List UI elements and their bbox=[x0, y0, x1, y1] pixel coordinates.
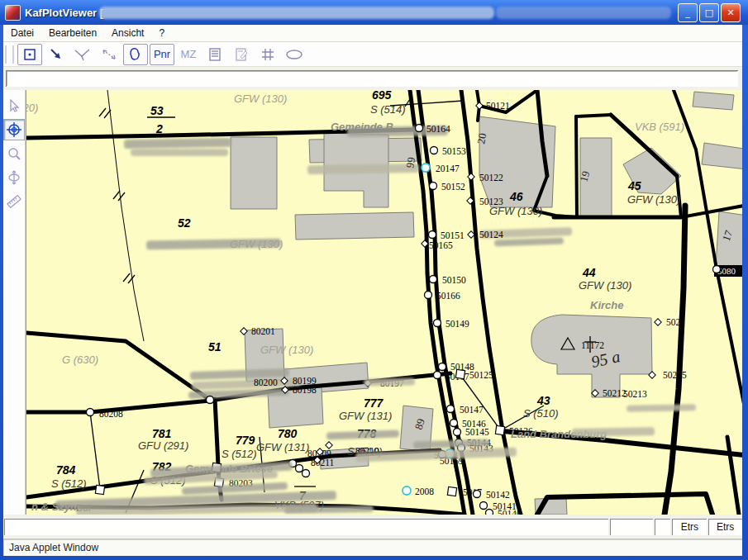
cursor-tool-icon[interactable] bbox=[3, 95, 25, 116]
map-canvas[interactable]: (620)GFW (130)GFW (130)GFW (130)G (630)V… bbox=[26, 90, 742, 515]
control-point-marker[interactable] bbox=[447, 486, 456, 496]
parcel-number: 44 bbox=[582, 266, 596, 279]
pan-tool-icon[interactable] bbox=[3, 167, 25, 188]
map-line bbox=[107, 90, 144, 341]
usage-label: GFW (130) bbox=[234, 93, 287, 105]
building bbox=[702, 143, 742, 169]
minimize-button[interactable]: _ bbox=[678, 3, 698, 22]
selected-point-marker[interactable] bbox=[403, 486, 411, 495]
control-point-marker[interactable] bbox=[495, 425, 504, 434]
edit-doc-icon[interactable] bbox=[229, 44, 254, 65]
map-line bbox=[123, 273, 130, 282]
angle-measure-icon[interactable] bbox=[70, 44, 95, 65]
globe-crosshair-tool-icon[interactable] bbox=[3, 119, 25, 140]
redaction-smudge bbox=[364, 377, 415, 386]
place-name-label: Kirche bbox=[590, 299, 623, 311]
point-number: 50215 bbox=[663, 370, 687, 380]
usage-label: GFU (291) bbox=[138, 439, 188, 452]
survey-point-marker[interactable] bbox=[447, 406, 455, 413]
point-number-button-label: Pnr bbox=[154, 48, 170, 60]
survey-point-marker[interactable] bbox=[474, 491, 481, 498]
parcel-number: 784 bbox=[56, 463, 76, 477]
select-arrow-icon[interactable] bbox=[44, 44, 69, 65]
redaction-smudge bbox=[494, 238, 564, 247]
survey-point-marker[interactable] bbox=[434, 372, 441, 379]
parcel-number: 780 bbox=[278, 427, 298, 440]
map-line bbox=[113, 191, 120, 199]
usage-label: S (514) bbox=[370, 103, 406, 116]
parcel-number: 53 bbox=[150, 104, 164, 117]
grid-icon[interactable] bbox=[255, 44, 280, 65]
survey-point-marker[interactable] bbox=[431, 147, 438, 154]
status-bar: EtrsEtrs bbox=[3, 515, 742, 539]
selected-point-marker[interactable] bbox=[422, 164, 430, 172]
menu-item-datei[interactable]: Datei bbox=[3, 26, 41, 40]
usage-label: S (510) bbox=[523, 407, 559, 420]
survey-point-marker[interactable] bbox=[430, 276, 437, 283]
maximize-button[interactable]: □ bbox=[699, 3, 719, 22]
mz-button[interactable]: MZ bbox=[176, 44, 201, 65]
parcel-number: 45 bbox=[627, 179, 641, 192]
command-row bbox=[3, 67, 742, 90]
status-cell-etrs: Etrs bbox=[672, 519, 707, 535]
place-name-label: Gemeinde B bbox=[331, 121, 393, 133]
boundary-point-marker[interactable] bbox=[655, 319, 661, 325]
parcel-number: 695 bbox=[372, 90, 392, 102]
survey-point-marker[interactable] bbox=[486, 510, 493, 515]
applet-status-text: Java Applet Window bbox=[9, 542, 98, 553]
title-redaction bbox=[496, 7, 671, 19]
survey-point-marker[interactable] bbox=[429, 231, 436, 239]
point-number: 20147 bbox=[436, 164, 460, 173]
point-select-icon[interactable] bbox=[17, 44, 42, 65]
survey-point-marker[interactable] bbox=[416, 125, 423, 132]
parcel-boundary bbox=[26, 333, 210, 400]
usage-label: GFW (130) bbox=[230, 238, 283, 250]
distance-measure-icon[interactable] bbox=[97, 44, 121, 65]
mz-button-label: MZ bbox=[181, 48, 197, 60]
menu-item-help[interactable]: ? bbox=[151, 26, 172, 40]
applet-status-bar: Java Applet Window bbox=[3, 539, 742, 556]
survey-point-marker[interactable] bbox=[207, 396, 214, 404]
survey-point-marker[interactable] bbox=[450, 420, 458, 427]
title-bar[interactable]: KafPlotViewer [ _□✕ bbox=[0, 0, 748, 25]
usage-label: GFW (130) bbox=[627, 193, 680, 206]
survey-point-marker[interactable] bbox=[713, 266, 721, 273]
cadastral-map-svg: (620)GFW (130)GFW (130)GFW (130)G (630)V… bbox=[26, 90, 742, 515]
point-number-button[interactable]: Pnr bbox=[150, 44, 174, 65]
polygon-icon[interactable] bbox=[123, 44, 148, 65]
survey-point-marker[interactable] bbox=[430, 183, 437, 190]
zoom-tool-icon[interactable] bbox=[3, 143, 25, 164]
menu-item-bearbeiten[interactable]: Bearbeiten bbox=[41, 26, 104, 40]
side-toolbar bbox=[3, 90, 26, 515]
map-line bbox=[118, 192, 125, 201]
survey-point-marker[interactable] bbox=[87, 409, 94, 416]
parcel-number: 777 bbox=[364, 396, 384, 410]
app-icon bbox=[5, 5, 21, 21]
point-number: 50213 bbox=[623, 389, 647, 399]
map-line bbox=[104, 110, 111, 118]
control-point-marker[interactable] bbox=[455, 369, 465, 378]
building bbox=[295, 212, 414, 240]
boundary-point-marker[interactable] bbox=[476, 102, 483, 109]
point-number: 80208 bbox=[99, 409, 123, 419]
ruler-tool-icon[interactable] bbox=[3, 191, 25, 212]
survey-point-marker[interactable] bbox=[480, 502, 488, 510]
ellipse-icon[interactable] bbox=[282, 44, 307, 65]
parcel-number: 46 bbox=[509, 190, 523, 203]
survey-point-marker[interactable] bbox=[439, 363, 446, 371]
survey-point-marker[interactable] bbox=[296, 465, 303, 472]
menu-item-ansicht[interactable]: Ansicht bbox=[104, 26, 151, 40]
map-line bbox=[90, 412, 100, 489]
survey-point-marker[interactable] bbox=[425, 292, 432, 299]
protocol-list-icon[interactable] bbox=[202, 44, 227, 65]
boundary-point-marker[interactable] bbox=[326, 442, 332, 448]
control-point-marker[interactable] bbox=[95, 485, 104, 494]
survey-point-marker[interactable] bbox=[454, 429, 461, 436]
survey-point-marker[interactable] bbox=[434, 320, 441, 327]
survey-point-marker[interactable] bbox=[303, 470, 310, 477]
building bbox=[231, 137, 277, 209]
close-button[interactable]: ✕ bbox=[721, 3, 741, 22]
command-input[interactable] bbox=[6, 70, 738, 87]
toolbar-handle[interactable] bbox=[5, 45, 14, 64]
status-cell-0 bbox=[4, 519, 608, 535]
